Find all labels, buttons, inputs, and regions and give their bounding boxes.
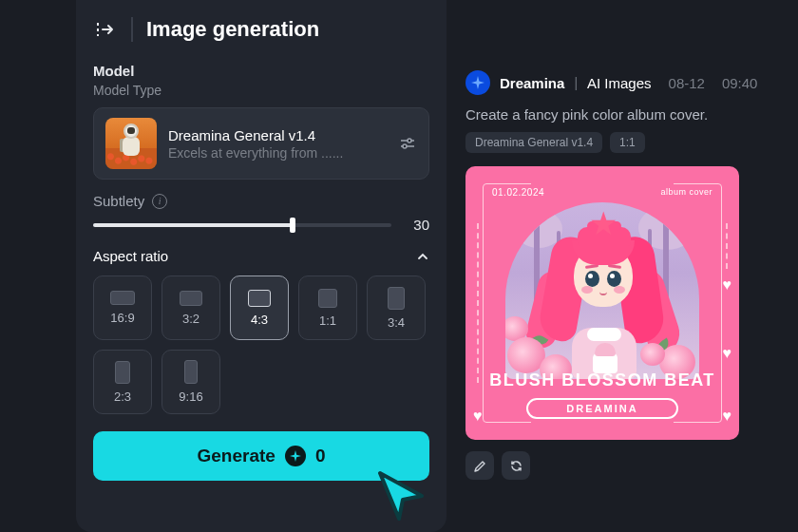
aspect-option-9-16[interactable]: 9:16 [162,350,220,414]
aspect-option-2-3[interactable]: 2:3 [93,350,152,414]
album-artist-pill: DREAMINA [526,398,678,419]
refresh-icon [509,459,523,473]
subtlety-row: Subtlety i [93,193,429,209]
model-section-label: Model [93,63,429,79]
generation-panel: Image generation Model Model Type Dreami… [76,0,446,532]
generate-cost: 0 [315,446,326,466]
album-date: 01.02.2024 [492,187,544,198]
result-header: Dreamina | AI Images 08-12 09:40 [466,70,788,95]
subtlety-value: 30 [407,217,429,233]
aspect-ratio-grid: 16:93:24:31:13:42:39:16 [93,276,429,414]
aspect-label: 9:16 [179,390,202,404]
aspect-shape [184,360,198,384]
aspect-option-4-3[interactable]: 4:3 [230,276,289,340]
heart-icon: ♥ [473,408,483,425]
prompt-text: Create a fancy pink color album cover. [466,106,788,123]
result-time: 09:40 [722,75,758,91]
aspect-option-3-2[interactable]: 3:2 [162,276,220,340]
result-actions [466,451,788,480]
chevron-up-icon [416,250,429,263]
aspect-shape [248,290,271,307]
pencil-icon [473,459,487,473]
aspect-label: 2:3 [114,390,131,404]
album-tag: album cover [660,187,712,197]
edit-button[interactable] [466,451,494,480]
page-title: Image generation [146,17,319,42]
source-name: Dreamina [500,75,564,91]
generate-label: Generate [198,446,276,466]
aspect-shape [180,291,202,306]
info-icon[interactable]: i [152,194,167,209]
source-section: AI Images [587,75,652,91]
result-date: 08-12 [669,75,705,91]
aspect-shape [388,287,405,310]
aspect-label: 16:9 [110,311,134,325]
panel-header: Image generation [93,17,429,42]
generated-image[interactable]: 01.02.2024 album cover ♥ ♥ ♥ ♥ ★ BLUSH B [466,166,739,440]
model-thumbnail [105,118,157,169]
aspect-shape [110,291,135,305]
divider [131,17,133,42]
aspect-label: 4:3 [251,313,268,327]
model-type-label: Model Type [93,83,429,98]
aspect-ratio-header[interactable]: Aspect ratio [93,248,429,264]
heart-icon: ♥ [723,345,732,362]
aspect-option-1-1[interactable]: 1:1 [298,276,357,340]
source-avatar [466,70,490,95]
model-selector[interactable]: Dreamina General v1.4 Excels at everythi… [93,107,429,180]
credits-icon [285,446,306,466]
heart-icon: ♥ [723,276,732,294]
collapse-icon[interactable] [93,17,118,42]
aspect-label: 3:4 [388,315,405,330]
result-chips: Dreamina General v1.41:1 [466,132,788,153]
model-name: Dreamina General v1.4 [168,127,387,143]
subtlety-label: Subtlety [93,193,144,209]
generate-button[interactable]: Generate 0 [93,431,429,481]
model-description: Excels at everything from ...... [168,145,387,161]
results-panel: Dreamina | AI Images 08-12 09:40 Create … [466,70,788,480]
heart-icon: ♥ [723,408,732,425]
svg-point-2 [408,139,411,142]
album-artist: DREAMINA [566,403,637,414]
regenerate-button[interactable] [502,451,530,480]
aspect-label: 1:1 [319,314,336,328]
chip: 1:1 [610,132,645,153]
aspect-shape [115,361,130,384]
aspect-shape [318,289,337,308]
subtlety-slider[interactable] [93,223,391,227]
aspect-label: 3:2 [182,312,200,326]
aspect-ratio-title: Aspect ratio [93,248,168,264]
sliders-icon[interactable] [398,134,417,153]
album-title: BLUSH BLOSSOM BEAT [466,370,739,390]
aspect-option-16-9[interactable]: 16:9 [93,276,152,340]
aspect-option-3-4[interactable]: 3:4 [367,276,426,340]
chip: Dreamina General v1.4 [466,132,602,153]
svg-point-4 [403,144,407,148]
